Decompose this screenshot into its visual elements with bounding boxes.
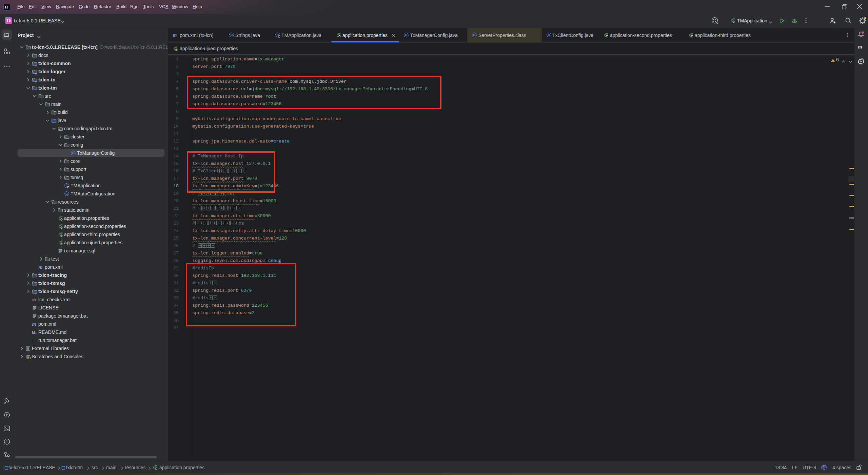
svg-text:C: C — [231, 33, 233, 37]
svg-text:m: m — [173, 32, 177, 38]
svg-text:</>: </> — [32, 298, 37, 302]
svg-text:C: C — [405, 33, 408, 37]
svg-text:M: M — [32, 330, 35, 335]
svg-text:m: m — [32, 321, 36, 327]
svg-text:C: C — [548, 33, 550, 37]
svg-text:C: C — [473, 33, 476, 37]
svg-text:C: C — [66, 192, 68, 195]
svg-text:m: m — [39, 264, 43, 270]
svg-text:C: C — [72, 151, 75, 155]
